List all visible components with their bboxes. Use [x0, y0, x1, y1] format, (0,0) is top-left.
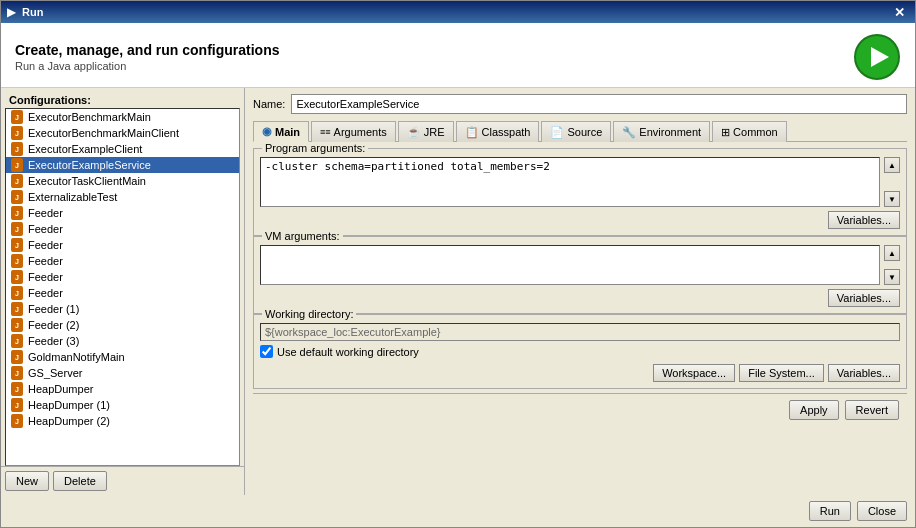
program-args-scroll-down[interactable]: ▼: [884, 191, 900, 207]
config-item[interactable]: JFeeder (2): [6, 317, 239, 333]
java-app-icon: J: [10, 158, 24, 172]
header-subtitle: Run a Java application: [15, 60, 280, 72]
config-item[interactable]: JFeeder (1): [6, 301, 239, 317]
program-args-variables-button[interactable]: Variables...: [828, 211, 900, 229]
header-title: Create, manage, and run configurations: [15, 42, 280, 58]
config-item[interactable]: JFeeder: [6, 269, 239, 285]
bottom-main-buttons: Run Close: [1, 495, 915, 527]
apply-button[interactable]: Apply: [789, 400, 839, 420]
left-panel: Configurations: JExecutorBenchmarkMainJE…: [1, 88, 245, 495]
bottom-close-button[interactable]: Close: [857, 501, 907, 521]
vm-args-inner: ▲ ▼ Variables...: [260, 245, 900, 307]
config-item-label: Feeder (1): [28, 303, 79, 315]
config-item[interactable]: JExecutorBenchmarkMain: [6, 109, 239, 125]
java-app-icon: J: [10, 414, 24, 428]
config-item[interactable]: JGoldmanNotifyMain: [6, 349, 239, 365]
config-item[interactable]: JExecutorExampleClient: [6, 141, 239, 157]
name-label: Name:: [253, 98, 285, 110]
revert-button[interactable]: Revert: [845, 400, 899, 420]
run-button[interactable]: Run: [809, 501, 851, 521]
java-app-icon: J: [10, 350, 24, 364]
config-item-label: GoldmanNotifyMain: [28, 351, 125, 363]
default-dir-checkbox[interactable]: [260, 345, 273, 358]
working-dir-input[interactable]: [260, 323, 900, 341]
config-item-label: HeapDumper (1): [28, 399, 110, 411]
vm-args-variables-button[interactable]: Variables...: [828, 289, 900, 307]
java-app-icon: J: [10, 270, 24, 284]
java-app-icon: J: [10, 238, 24, 252]
config-item-label: Feeder: [28, 287, 63, 299]
config-item[interactable]: JExecutorExampleService: [6, 157, 239, 173]
program-args-vars-row: Variables...: [260, 211, 900, 229]
program-args-scrollbar: ▲ ▼: [884, 157, 900, 207]
config-bottom-buttons: New Delete: [1, 466, 244, 495]
config-item[interactable]: JHeapDumper (1): [6, 397, 239, 413]
config-item[interactable]: JHeapDumper: [6, 381, 239, 397]
config-item[interactable]: JFeeder (3): [6, 333, 239, 349]
config-item[interactable]: JFeeder: [6, 253, 239, 269]
config-item-label: Feeder: [28, 239, 63, 251]
config-item-label: ExecutorTaskClientMain: [28, 175, 146, 187]
config-item[interactable]: JExecutorTaskClientMain: [6, 173, 239, 189]
tab-main[interactable]: ◉ Main: [253, 121, 309, 142]
config-item-label: HeapDumper (2): [28, 415, 110, 427]
tabs-container: ◉ Main ≡≡ Arguments ☕ JRE 📋 Classpath 📄: [253, 120, 907, 142]
delete-button[interactable]: Delete: [53, 471, 107, 491]
tab-jre[interactable]: ☕ JRE: [398, 121, 454, 142]
new-button[interactable]: New: [5, 471, 49, 491]
config-item-label: GS_Server: [28, 367, 82, 379]
config-item-label: Feeder: [28, 207, 63, 219]
config-item[interactable]: JFeeder: [6, 221, 239, 237]
window-icon: ▶: [7, 5, 16, 19]
program-args-scroll-up[interactable]: ▲: [884, 157, 900, 173]
source-tab-label: Source: [567, 126, 602, 138]
config-item-label: ExecutorBenchmarkMainClient: [28, 127, 179, 139]
environment-tab-icon: 🔧: [622, 126, 636, 139]
panel-content: Program arguments: ▲ ▼ Variables...: [253, 148, 907, 489]
header-text: Create, manage, and run configurations R…: [15, 42, 280, 72]
dir-buttons-row: Workspace... File System... Variables...: [260, 364, 900, 382]
name-input[interactable]: [291, 94, 907, 114]
tab-environment[interactable]: 🔧 Environment: [613, 121, 710, 142]
vm-args-textarea[interactable]: [260, 245, 880, 285]
program-args-title: Program arguments:: [262, 142, 368, 154]
config-item-label: HeapDumper: [28, 383, 93, 395]
arguments-tab-label: Arguments: [334, 126, 387, 138]
common-tab-icon: ⊞: [721, 126, 730, 139]
java-app-icon: J: [10, 398, 24, 412]
tab-arguments[interactable]: ≡≡ Arguments: [311, 121, 396, 142]
config-item[interactable]: JFeeder: [6, 205, 239, 221]
vm-args-scroll-down[interactable]: ▼: [884, 269, 900, 285]
default-dir-label: Use default working directory: [277, 346, 419, 358]
vm-args-scroll-up[interactable]: ▲: [884, 245, 900, 261]
program-args-textarea[interactable]: [260, 157, 880, 207]
vm-args-textarea-row: ▲ ▼: [260, 245, 900, 285]
config-item[interactable]: JFeeder: [6, 237, 239, 253]
source-tab-icon: 📄: [550, 126, 564, 139]
config-item[interactable]: JHeapDumper (2): [6, 413, 239, 429]
working-dir-variables-button[interactable]: Variables...: [828, 364, 900, 382]
java-app-icon: J: [10, 206, 24, 220]
java-app-icon: J: [10, 142, 24, 156]
java-app-icon: J: [10, 382, 24, 396]
tab-source[interactable]: 📄 Source: [541, 121, 611, 142]
title-bar-left: ▶ Run: [7, 5, 43, 19]
config-item[interactable]: JExternalizableTest: [6, 189, 239, 205]
config-item[interactable]: JExecutorBenchmarkMainClient: [6, 125, 239, 141]
close-window-button[interactable]: ✕: [890, 5, 909, 20]
workspace-button[interactable]: Workspace...: [653, 364, 735, 382]
jre-tab-icon: ☕: [407, 126, 421, 139]
filesystem-button[interactable]: File System...: [739, 364, 824, 382]
config-item[interactable]: JFeeder: [6, 285, 239, 301]
config-item-label: Feeder: [28, 223, 63, 235]
main-tab-icon: ◉: [262, 125, 272, 138]
java-app-icon: J: [10, 110, 24, 124]
tab-classpath[interactable]: 📋 Classpath: [456, 121, 540, 142]
window-title: Run: [22, 6, 43, 18]
vm-args-vars-row: Variables...: [260, 289, 900, 307]
config-item-label: ExecutorBenchmarkMain: [28, 111, 151, 123]
config-item[interactable]: JGS_Server: [6, 365, 239, 381]
java-app-icon: J: [10, 318, 24, 332]
tab-common[interactable]: ⊞ Common: [712, 121, 787, 142]
title-bar: ▶ Run ✕: [1, 1, 915, 23]
